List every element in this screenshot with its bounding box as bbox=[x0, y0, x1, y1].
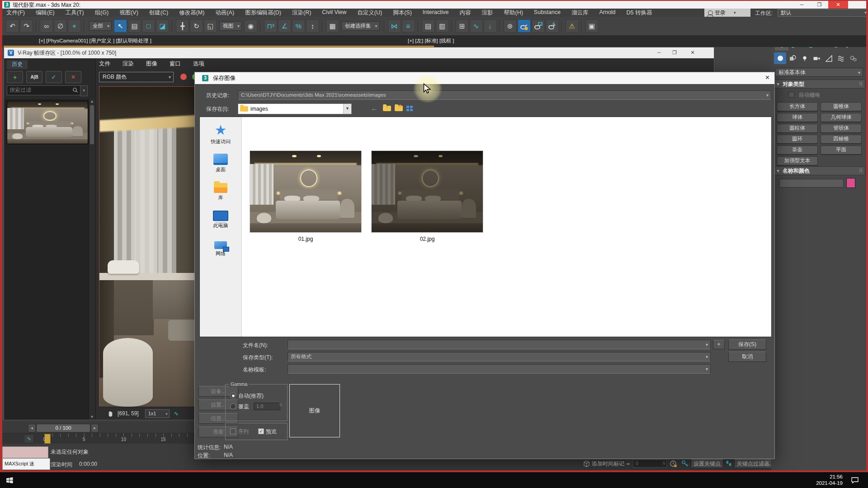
history-compare-ab-icon[interactable]: A|B bbox=[26, 71, 42, 83]
maxscript-mini-listener-pink[interactable] bbox=[2, 446, 48, 458]
set-key-button[interactable]: 设置关键点 bbox=[691, 459, 723, 468]
dope-sheet-icon[interactable]: ↓ bbox=[484, 19, 497, 33]
history-path-combo[interactable]: C:\Users\DTJY\Documents\3ds Max 2021\sce… bbox=[238, 90, 771, 100]
category-shapes[interactable] bbox=[786, 52, 798, 64]
sign-in-button[interactable]: 登录 ▾ bbox=[704, 9, 750, 17]
material-editor-icon[interactable]: ⊛ bbox=[504, 19, 517, 33]
rollout-object-type[interactable]: 对象类型 ⠿ bbox=[774, 80, 865, 89]
menu-item[interactable]: 视图(V) bbox=[114, 9, 144, 17]
category-cameras[interactable] bbox=[811, 52, 823, 64]
rollout-name-color[interactable]: 名称和颜色 ⠿ bbox=[774, 166, 865, 175]
save-button[interactable]: 保存(S) bbox=[728, 339, 766, 350]
scroll-up-icon[interactable]: ▲ bbox=[89, 99, 95, 104]
pan-hand-icon[interactable] bbox=[107, 410, 114, 417]
angle-snap-icon[interactable]: ∠ bbox=[278, 19, 291, 33]
dialog-close-button[interactable]: ✕ bbox=[765, 74, 770, 81]
file-item[interactable]: 01.jpg bbox=[250, 151, 361, 242]
menu-item[interactable]: 渲影 bbox=[476, 9, 499, 17]
render-icon[interactable] bbox=[546, 19, 559, 33]
frame-spinner[interactable]: 0 bbox=[633, 460, 667, 468]
gamma-auto-radio[interactable] bbox=[230, 393, 236, 399]
history-enable-icon[interactable]: ✓ bbox=[46, 71, 62, 83]
history-scrollbar[interactable]: ▲ ▼ bbox=[89, 99, 95, 420]
menu-item[interactable]: Civil View bbox=[316, 9, 352, 17]
curve-correction-icon[interactable]: ∿ bbox=[174, 410, 179, 417]
menu-item[interactable]: Arnold bbox=[594, 9, 621, 17]
ref-coordsys-combo[interactable]: 视图 bbox=[219, 21, 242, 31]
prev-frame-button[interactable]: ◂ bbox=[28, 424, 36, 432]
history-delete-icon[interactable]: ✕ bbox=[65, 71, 81, 83]
up-one-level-icon[interactable]: ↑ bbox=[381, 104, 391, 113]
scroll-down-icon[interactable]: ▼ bbox=[89, 414, 95, 420]
select-by-name-icon[interactable]: ▤ bbox=[128, 19, 141, 33]
vfb-history-tab[interactable]: 历史 bbox=[7, 60, 28, 69]
menu-item[interactable]: 溜云库 bbox=[566, 9, 594, 17]
primitive-category-combo[interactable]: 标准基本体 bbox=[775, 68, 863, 77]
menu-item[interactable]: 图形编辑器(D) bbox=[240, 9, 287, 17]
vfb-minimize-button[interactable]: ─ bbox=[651, 47, 667, 58]
menu-item[interactable]: 动画(A) bbox=[210, 9, 240, 17]
save-in-combo[interactable]: images ▼ bbox=[238, 103, 352, 114]
snap-toggle-icon[interactable]: ⊓³ bbox=[264, 19, 277, 33]
object-button[interactable]: 平面 bbox=[821, 145, 862, 155]
history-save-icon[interactable]: ＋ bbox=[7, 71, 23, 83]
vfb-menu-item[interactable]: 文件 bbox=[99, 60, 110, 68]
percent-snap-icon[interactable]: % bbox=[292, 19, 305, 33]
sequence-checkbox[interactable] bbox=[230, 428, 236, 434]
object-button[interactable]: 球体 bbox=[777, 113, 818, 122]
menu-item[interactable]: Substance bbox=[528, 9, 566, 17]
menu-item[interactable]: 脚本(S) bbox=[387, 9, 417, 17]
time-config-icon[interactable] bbox=[670, 460, 677, 468]
menu-item[interactable]: 工具(T) bbox=[60, 9, 90, 17]
menu-item[interactable]: D5 转换器 bbox=[621, 9, 658, 17]
sidebar-item-network[interactable]: 网络 bbox=[200, 233, 241, 258]
vfb-menu-item[interactable]: 图像 bbox=[146, 60, 157, 68]
tag-arrows-icon[interactable]: ◂▸ bbox=[626, 461, 630, 466]
add-time-tag[interactable]: 添加时间标记 bbox=[592, 460, 624, 468]
chevron-down-icon[interactable]: ▼ bbox=[343, 104, 351, 114]
vfb-titlebar[interactable]: V V-Ray 帧缓存区 - [100.0% of 1000 x 750] ─ … bbox=[4, 47, 714, 58]
start-button[interactable] bbox=[5, 476, 14, 486]
menu-item[interactable]: 编辑(E) bbox=[30, 9, 60, 17]
view-menu-icon[interactable] bbox=[405, 104, 415, 113]
vfb-menu-item[interactable]: 渲染 bbox=[123, 60, 134, 68]
vfb-menu-item[interactable]: 选项 bbox=[193, 60, 204, 68]
warning-icon[interactable]: ⚠ bbox=[566, 19, 579, 33]
new-folder-icon[interactable]: ★ bbox=[393, 104, 403, 113]
minimize-button[interactable]: ─ bbox=[793, 1, 811, 9]
menu-item[interactable]: 渲染(R) bbox=[287, 9, 316, 17]
sidebar-item-library[interactable]: 库 bbox=[200, 177, 241, 202]
object-button[interactable]: 圆柱体 bbox=[777, 124, 818, 133]
named-selection-sets-combo[interactable]: 创建选择集 bbox=[341, 21, 380, 31]
open-container-icon[interactable]: ▣ bbox=[585, 19, 599, 33]
object-button[interactable]: 长方体 bbox=[777, 102, 818, 111]
gamma-value-spinner[interactable]: 1.0 bbox=[254, 403, 280, 410]
cancel-button[interactable]: 取消 bbox=[728, 352, 766, 362]
restore-button[interactable]: ❐ bbox=[811, 1, 828, 9]
key-filters-button[interactable]: 关键点过滤器.. bbox=[734, 459, 775, 468]
autogrid-checkbox[interactable] bbox=[788, 92, 794, 98]
use-pivot-icon[interactable]: ◉ bbox=[244, 19, 257, 33]
rotate-icon[interactable]: ↻ bbox=[190, 19, 203, 33]
workspace-combo[interactable]: 默认 bbox=[778, 9, 868, 17]
object-button[interactable]: 圆环 bbox=[777, 135, 818, 144]
viewport-camera-label[interactable]: [+] [PhysCamera001] [用户定义 ] [默认明暗处理 ] bbox=[39, 38, 151, 44]
vfb-channel-combo[interactable]: RGB 颜色 bbox=[99, 72, 174, 82]
mini-curve-editor-icon[interactable]: ∿ bbox=[24, 434, 34, 443]
gamma-override-radio[interactable] bbox=[230, 404, 236, 409]
red-channel-icon[interactable] bbox=[180, 74, 187, 80]
vfb-close-button[interactable]: ✕ bbox=[685, 47, 700, 58]
vfb-menu-item[interactable]: 窗口 bbox=[170, 60, 181, 68]
selection-filter-combo[interactable]: 全部 bbox=[89, 21, 112, 31]
object-button[interactable]: 茶壶 bbox=[777, 145, 818, 155]
crossing-select-icon[interactable]: ◪ bbox=[156, 19, 169, 33]
filetype-combo[interactable]: 所有格式 bbox=[288, 352, 711, 361]
set-key-icon[interactable] bbox=[681, 460, 689, 468]
rendered-frame-icon[interactable] bbox=[532, 19, 545, 33]
mirror-icon[interactable]: ⋈ bbox=[388, 19, 401, 33]
spinner-arrows-icon[interactable]: ⇅ bbox=[279, 403, 283, 407]
search-filter-dropdown[interactable]: ▾ bbox=[80, 85, 88, 96]
align-icon[interactable]: ≡ bbox=[402, 19, 415, 33]
scale-icon[interactable]: ◱ bbox=[204, 19, 217, 33]
menu-item[interactable]: 文件(F) bbox=[1, 9, 30, 17]
